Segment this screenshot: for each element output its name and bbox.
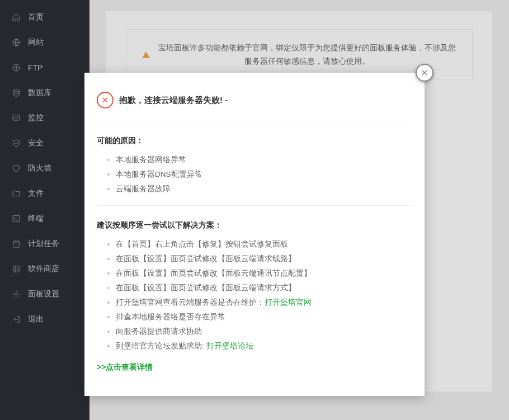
details-link[interactable]: >>点击查看详情	[97, 362, 412, 372]
solutions-section: 建议按顺序逐一尝试以下解决方案： 在【首页】右上角点击【修复】按钮尝试修复面板 …	[97, 206, 412, 379]
list-item: 打开堡塔官网查看云端服务器是否在维护：打开堡塔官网	[116, 298, 412, 308]
close-button[interactable]	[416, 64, 433, 82]
list-item: 本地服务器网络异常	[116, 155, 412, 165]
reasons-list: 本地服务器网络异常 本地服务器DNS配置异常 云端服务器故障	[97, 155, 412, 194]
list-item: 云端服务器故障	[116, 184, 412, 194]
solutions-list: 在【首页】右上角点击【修复】按钮尝试修复面板 在面板【设置】面页尝试修改【面板云…	[97, 239, 412, 351]
modal-overlay: 抱歉，连接云端服务器失败! - 可能的原因： 本地服务器网络异常 本地服务器DN…	[0, 0, 509, 420]
list-item: 本地服务器DNS配置异常	[116, 169, 412, 180]
error-icon	[97, 92, 114, 108]
dialog-title: 抱歉，连接云端服务器失败! -	[119, 95, 228, 106]
dialog-header: 抱歉，连接云端服务器失败! -	[97, 85, 412, 121]
open-forum-link[interactable]: 打开堡塔论坛	[206, 342, 253, 350]
solutions-heading: 建议按顺序逐一尝试以下解决方案：	[97, 220, 412, 230]
list-item: 向服务器提供商请求协助	[116, 327, 412, 337]
reasons-section: 可能的原因： 本地服务器网络异常 本地服务器DNS配置异常 云端服务器故障	[97, 121, 412, 206]
list-item: 排查本地服务器络是否存在异常	[116, 312, 412, 322]
list-item: 到堡塔官方论坛发贴求助: 打开堡塔论坛	[116, 341, 412, 351]
list-item: 在【首页】右上角点击【修复】按钮尝试修复面板	[116, 239, 412, 249]
reasons-heading: 可能的原因：	[97, 136, 412, 146]
list-item: 在面板【设置】面页尝试修改【面板云端请求方式】	[116, 283, 412, 293]
open-official-link[interactable]: 打开堡塔官网	[265, 298, 312, 306]
close-icon	[421, 69, 428, 77]
list-item: 在面板【设置】面页尝试修改【面板云端请求线路】	[116, 254, 412, 264]
error-dialog: 抱歉，连接云端服务器失败! - 可能的原因： 本地服务器网络异常 本地服务器DN…	[84, 73, 425, 396]
list-item: 在面板【设置】面页尝试修改【面板云端通讯节点配置】	[116, 268, 412, 279]
